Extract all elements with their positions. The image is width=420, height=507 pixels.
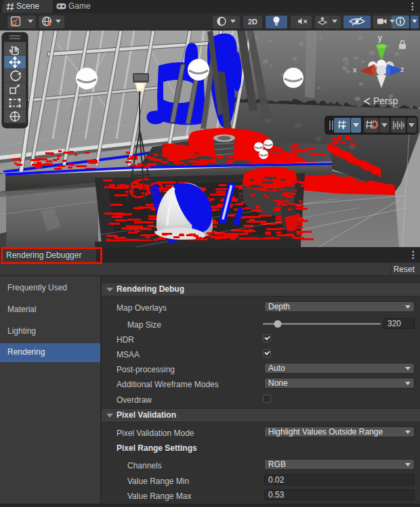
svg-text:y: y xyxy=(378,33,382,43)
svg-text:Y: Y xyxy=(341,125,345,131)
svg-text:z: z xyxy=(400,65,404,73)
svg-text:x: x xyxy=(353,66,357,74)
svg-text:Persp: Persp xyxy=(373,95,398,106)
